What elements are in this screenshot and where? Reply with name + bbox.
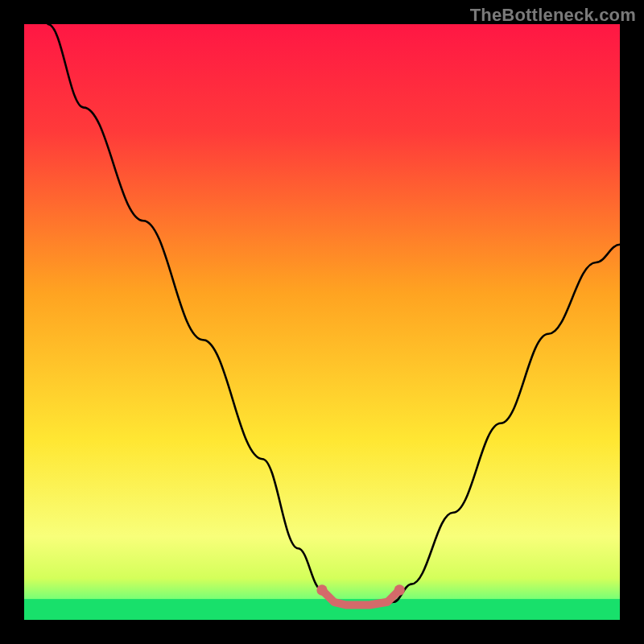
valley-pad-dot-right <box>394 584 405 595</box>
watermark-text: TheBottleneck.com <box>470 5 636 26</box>
bottleneck-curve <box>24 24 620 620</box>
curve-right <box>394 245 620 602</box>
valley-pad-mark <box>322 590 399 605</box>
chart-frame: TheBottleneck.com <box>0 0 644 644</box>
curve-left <box>48 24 334 602</box>
valley-pad-dot-left <box>316 584 327 595</box>
plot-area <box>24 24 620 620</box>
